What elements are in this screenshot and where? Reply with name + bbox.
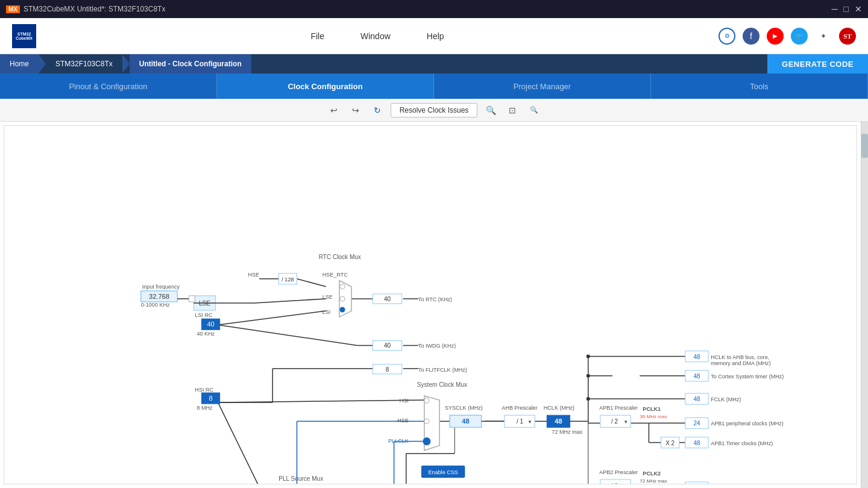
st-icon[interactable]: ST [839,28,856,45]
div128-label: / 128 [281,277,294,283]
tab-pinout[interactable]: Pinout & Configuration [0,74,217,99]
menu-items: File Window Help [60,31,694,41]
main-area: RTC Clock Mux / 128 HSE HSE_RTC LSE LSI … [0,122,868,488]
svg-text:Enable CSS: Enable CSS [428,469,458,475]
generate-code-button[interactable]: GENERATE CODE [767,54,868,74]
svg-text:48: 48 [555,418,562,425]
zoom-out-button[interactable]: 🔍 [526,102,542,119]
youtube-icon[interactable]: ▶ [767,28,784,45]
rtc-mux-label: RTC Clock Mux [319,254,361,260]
svg-text:/ 1: / 1 [611,483,618,484]
fit-button[interactable]: ⊡ [504,102,521,119]
svg-text:▼: ▼ [623,419,628,425]
svg-text:FCLK (MHz): FCLK (MHz) [711,396,741,402]
resolve-clock-button[interactable]: Resolve Clock Issues [391,103,478,117]
svg-text:PLL Source Mux: PLL Source Mux [278,475,323,482]
refresh-button[interactable]: ↻ [369,102,386,119]
svg-text:HCLK (MHz): HCLK (MHz) [544,405,574,411]
svg-text:HCLK to AHB bus, core,: HCLK to AHB bus, core, [711,354,769,360]
lse-label: LSE [322,294,333,300]
svg-text:HSI: HSI [400,398,409,404]
svg-text:8: 8 [209,395,212,402]
tab-bar: Pinout & Configuration Clock Configurati… [0,74,868,99]
toolbar: ↩ ↪ ↻ Resolve Clock Issues 🔍 ⊡ 🔍 [0,99,868,122]
svg-text:40: 40 [384,296,391,302]
svg-text:48: 48 [693,373,700,380]
svg-text:0-1000 KHz: 0-1000 KHz [141,302,170,308]
minimize-btn[interactable]: ─ [832,4,838,14]
svg-text:APB2 Prescaler: APB2 Prescaler [599,469,638,475]
hse-top-label: HSE [248,272,259,278]
svg-text:/ 1: / 1 [517,418,524,425]
breadcrumb-bar: Home STM32F103C8Tx Untitled - Clock Conf… [0,54,868,74]
svg-text:To FLITFCLK (MHz): To FLITFCLK (MHz) [418,367,467,373]
svg-text:8 MHz: 8 MHz [197,405,213,411]
svg-text:36 MHz max: 36 MHz max [640,414,667,419]
zoom-in-button[interactable]: 🔍 [482,102,499,119]
svg-text:40: 40 [384,342,391,349]
undo-button[interactable]: ↩ [326,102,342,119]
svg-text:24: 24 [693,420,700,427]
svg-point-34 [587,374,590,378]
svg-rect-185 [685,482,708,484]
logo: STM32CubeMX [12,24,36,48]
svg-text:To IWDG (KHz): To IWDG (KHz) [418,343,456,349]
svg-text:HSI RC: HSI RC [195,387,213,393]
close-btn[interactable]: ✕ [855,4,862,14]
logo-box: STM32CubeMX [12,24,36,48]
redo-button[interactable]: ↪ [347,102,364,119]
svg-text:SYSCLK (MHz): SYSCLK (MHz) [445,405,483,411]
svg-text:To RTC (KHz): To RTC (KHz) [418,296,452,302]
svg-text:48: 48 [693,396,700,402]
settings-icon[interactable]: ⚙ [719,28,735,45]
svg-text:72 MHz max: 72 MHz max [552,429,582,435]
breadcrumb-arrow-3 [251,54,259,74]
svg-text:72 MHz max: 72 MHz max [640,478,667,484]
svg-text:48: 48 [693,440,700,446]
menu-help[interactable]: Help [427,31,444,41]
vertical-scrollbar[interactable] [861,122,868,488]
svg-text:To Cortex System timer (MHz): To Cortex System timer (MHz) [711,374,784,380]
social-icons: ⚙ f ▶ 🐦 ✦ ST [719,28,856,45]
svg-point-33 [587,355,590,358]
menu-file[interactable]: File [310,31,324,41]
svg-text:8: 8 [386,366,389,373]
app-icon: MX [6,5,20,13]
tab-project[interactable]: Project Manager [434,74,651,99]
svg-point-74 [340,307,345,312]
svg-text:AHB Prescaler: AHB Prescaler [502,405,537,411]
svg-text:APB1 peripheral clocks (MHz): APB1 peripheral clocks (MHz) [711,421,784,427]
svg-point-35 [587,397,590,401]
svg-text:48: 48 [693,354,700,360]
maximize-btn[interactable]: □ [844,4,849,14]
network-icon[interactable]: ✦ [815,28,832,45]
tab-clock[interactable]: Clock Configuration [217,74,434,99]
title-bar: MX STM32CubeMX Untitled*: STM32F103C8Tx … [0,0,868,18]
window-controls[interactable]: ─ □ ✕ [832,4,862,14]
svg-text:40 KHz: 40 KHz [197,331,215,337]
svg-point-134 [423,437,430,445]
svg-text:Input frequency: Input frequency [142,284,180,290]
svg-text:PCLK1: PCLK1 [643,406,661,412]
svg-point-73 [340,296,345,301]
svg-text:32.768: 32.768 [149,293,169,300]
breadcrumb-page[interactable]: Untitled - Clock Configuration [130,54,251,74]
menu-window[interactable]: Window [360,31,391,41]
breadcrumb-home[interactable]: Home [0,54,39,74]
twitter-icon[interactable]: 🐦 [791,28,808,45]
breadcrumb-chip[interactable]: STM32F103C8Tx [46,54,122,74]
svg-point-132 [424,419,429,424]
svg-point-130 [424,398,429,403]
svg-rect-91 [189,296,195,302]
hse-rtc-label: HSE_RTC [322,272,348,278]
breadcrumb-arrow-1 [39,54,46,74]
svg-text:48: 48 [462,418,469,425]
breadcrumb-arrow-2 [122,54,130,74]
svg-text:HSE: HSE [397,418,409,424]
svg-text:X 2: X 2 [665,440,675,446]
tab-tools[interactable]: Tools [651,74,868,99]
svg-text:memory and DMA (MHz): memory and DMA (MHz) [711,360,771,366]
facebook-icon[interactable]: f [743,28,760,45]
svg-text:LSI RC: LSI RC [195,312,213,318]
window-title: STM32CubeMX Untitled*: STM32F103C8Tx [24,5,165,13]
